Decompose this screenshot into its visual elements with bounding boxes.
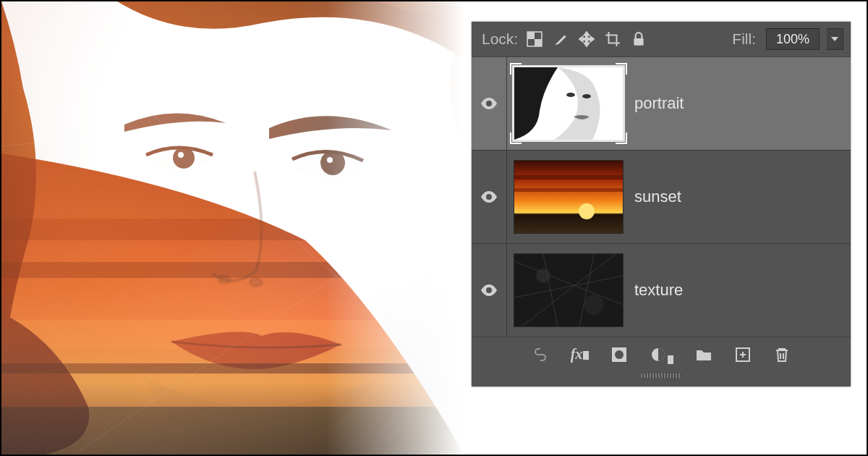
layer-name[interactable]: portrait xyxy=(634,94,684,113)
svg-rect-33 xyxy=(514,175,623,180)
delete-layer-icon[interactable] xyxy=(773,346,791,363)
svg-point-43 xyxy=(536,269,550,283)
svg-point-35 xyxy=(486,287,492,293)
layer-name[interactable]: sunset xyxy=(634,187,681,206)
svg-point-29 xyxy=(582,94,591,98)
layer-row-texture[interactable]: texture xyxy=(472,244,851,337)
svg-rect-34 xyxy=(514,188,623,192)
svg-rect-25 xyxy=(634,38,644,46)
composite-preview xyxy=(1,1,464,455)
svg-point-44 xyxy=(584,295,604,315)
layer-row-sunset[interactable]: sunset xyxy=(472,151,851,244)
lock-position-icon[interactable] xyxy=(579,31,595,47)
adjustment-layer-icon[interactable] xyxy=(650,346,673,363)
layer-row-portrait[interactable]: portrait xyxy=(472,57,851,151)
svg-rect-21 xyxy=(1,1,464,455)
layer-thumbnail[interactable] xyxy=(514,254,623,326)
link-layers-icon[interactable] xyxy=(532,346,549,363)
visibility-toggle[interactable] xyxy=(472,151,507,243)
svg-point-47 xyxy=(615,350,624,359)
svg-point-28 xyxy=(566,93,575,97)
layers-panel-footer: fx xyxy=(472,337,851,372)
svg-point-26 xyxy=(486,101,492,106)
lock-brush-icon[interactable] xyxy=(553,31,569,47)
svg-rect-23 xyxy=(527,32,535,39)
new-group-icon[interactable] xyxy=(695,346,712,363)
svg-rect-45 xyxy=(583,351,589,360)
fill-dropdown[interactable] xyxy=(827,28,843,50)
layer-thumbnail[interactable] xyxy=(514,67,623,140)
visibility-toggle[interactable] xyxy=(472,57,507,150)
visibility-toggle[interactable] xyxy=(472,244,507,337)
lock-transparency-icon[interactable] xyxy=(527,31,542,47)
svg-point-32 xyxy=(579,203,595,219)
fx-icon[interactable]: fx xyxy=(571,346,590,363)
lock-artboard-icon[interactable] xyxy=(605,31,621,47)
layers-panel: Lock: xyxy=(472,22,851,387)
lock-all-icon[interactable] xyxy=(631,31,647,47)
layers-list: portrait xyxy=(472,57,851,337)
panel-resize-grip[interactable] xyxy=(472,372,851,379)
fill-value[interactable]: 100% xyxy=(766,28,820,50)
svg-rect-24 xyxy=(535,39,542,46)
layer-name[interactable]: texture xyxy=(634,281,683,300)
svg-point-30 xyxy=(486,194,492,200)
svg-rect-49 xyxy=(668,355,673,364)
fill-label: Fill: xyxy=(732,30,756,48)
new-layer-icon[interactable] xyxy=(734,346,752,363)
lock-label: Lock: xyxy=(482,30,518,48)
layers-panel-header: Lock: xyxy=(472,22,851,57)
svg-rect-31 xyxy=(514,161,623,233)
layer-thumbnail[interactable] xyxy=(514,161,623,233)
add-mask-icon[interactable] xyxy=(610,346,628,363)
